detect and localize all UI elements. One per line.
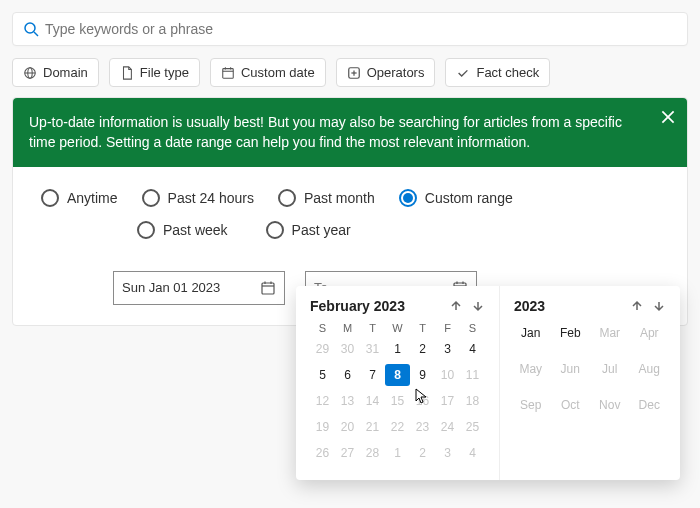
next-month-button[interactable] [471,299,485,313]
calendar-day[interactable]: 14 [360,390,385,412]
radio-past-24-hours[interactable]: Past 24 hours [142,189,254,207]
radio-anytime[interactable]: Anytime [41,189,118,207]
month-cell: Nov [593,398,627,412]
radio-label: Past month [304,190,375,206]
filter-chip-row: Domain File type Custom date Operators F… [12,58,688,87]
calendar-day[interactable]: 2 [410,338,435,360]
arrow-down-icon [652,299,666,313]
search-input[interactable] [39,21,677,37]
days-grid: 2930311234567891011121314151617181920212… [310,338,485,464]
chip-label: Operators [367,65,425,80]
calendar-day[interactable]: 3 [435,338,460,360]
calendar-day[interactable]: 1 [385,338,410,360]
prev-month-button[interactable] [449,299,463,313]
calendar-day[interactable]: 4 [460,442,485,464]
next-year-button[interactable] [652,299,666,313]
search-icon [23,21,39,37]
calendar-day[interactable]: 15 [385,390,410,412]
calendar-day[interactable]: 31 [360,338,385,360]
calendar-day[interactable]: 29 [310,338,335,360]
month-cell: May [514,362,548,376]
month-cell: Oct [554,398,588,412]
calendar-day[interactable]: 8 [385,364,410,386]
calendar-day[interactable]: 21 [360,416,385,438]
month-cell: Apr [633,326,667,340]
chip-label: Custom date [241,65,315,80]
months-grid: JanFebMarAprMayJunJulAugSepOctNovDec [514,326,666,412]
calendar-day[interactable]: 6 [335,364,360,386]
calendar-day[interactable]: 10 [435,364,460,386]
chip-filetype[interactable]: File type [109,58,200,87]
svg-line-1 [34,32,38,36]
check-icon [456,66,470,80]
chip-factcheck[interactable]: Fact check [445,58,550,87]
calendar-day[interactable]: 27 [335,442,360,464]
month-cell: Mar [593,326,627,340]
banner-text: Up-to-date information is usually best! … [29,114,622,150]
month-cell[interactable]: Jan [514,326,548,340]
month-cell: Aug [633,362,667,376]
calendar-icon [260,280,276,296]
search-bar [12,12,688,46]
date-range-radios: Anytime Past 24 hours Past month Custom … [13,167,687,271]
calendar-day[interactable]: 25 [460,416,485,438]
from-date-field[interactable]: Sun Jan 01 2023 [113,271,285,305]
chip-customdate[interactable]: Custom date [210,58,326,87]
calendar-day[interactable]: 22 [385,416,410,438]
arrow-down-icon [471,299,485,313]
month-cell: Jul [593,362,627,376]
calendar-day[interactable]: 16 [410,390,435,412]
close-icon [659,108,677,126]
svg-rect-5 [223,68,234,78]
calendar-day[interactable]: 7 [360,364,385,386]
calendar-day[interactable]: 1 [385,442,410,464]
calendar-day[interactable]: 12 [310,390,335,412]
calendar-day[interactable]: 5 [310,364,335,386]
banner-close-button[interactable] [659,108,677,126]
chip-label: File type [140,65,189,80]
month-cell[interactable]: Feb [554,326,588,340]
month-calendar: February 2023 SMTWTFS 293031123456789101… [296,286,500,480]
chip-domain[interactable]: Domain [12,58,99,87]
arrow-up-icon [630,299,644,313]
chip-operators[interactable]: Operators [336,58,436,87]
year-title[interactable]: 2023 [514,298,545,314]
radio-past-year[interactable]: Past year [266,221,351,239]
calendar-day[interactable]: 18 [460,390,485,412]
calendar-day[interactable]: 30 [335,338,360,360]
calendar-day[interactable]: 19 [310,416,335,438]
calendar-day[interactable]: 23 [410,416,435,438]
date-picker-popover: February 2023 SMTWTFS 293031123456789101… [296,286,680,480]
prev-year-button[interactable] [630,299,644,313]
month-cell: Dec [633,398,667,412]
calendar-day[interactable]: 3 [435,442,460,464]
radio-label: Past year [292,222,351,238]
svg-point-0 [25,23,35,33]
radio-custom-range[interactable]: Custom range [399,189,513,207]
calendar-day[interactable]: 24 [435,416,460,438]
month-cell: Jun [554,362,588,376]
arrow-up-icon [449,299,463,313]
radio-label: Past 24 hours [168,190,254,206]
calendar-day[interactable]: 11 [460,364,485,386]
month-cell: Sep [514,398,548,412]
calendar-day[interactable]: 28 [360,442,385,464]
calendar-day[interactable]: 17 [435,390,460,412]
radio-past-month[interactable]: Past month [278,189,375,207]
calendar-month-title[interactable]: February 2023 [310,298,405,314]
radio-label: Past week [163,222,228,238]
calendar-day[interactable]: 4 [460,338,485,360]
calendar-day[interactable]: 20 [335,416,360,438]
calendar-day[interactable]: 9 [410,364,435,386]
info-banner: Up-to-date information is usually best! … [13,98,687,167]
calendar-day[interactable]: 26 [310,442,335,464]
chip-label: Fact check [476,65,539,80]
calendar-day[interactable]: 13 [335,390,360,412]
from-date-value: Sun Jan 01 2023 [122,280,220,295]
radio-label: Anytime [67,190,118,206]
radio-label: Custom range [425,190,513,206]
calendar-day[interactable]: 2 [410,442,435,464]
plus-square-icon [347,66,361,80]
radio-past-week[interactable]: Past week [137,221,228,239]
calendar-icon [221,66,235,80]
